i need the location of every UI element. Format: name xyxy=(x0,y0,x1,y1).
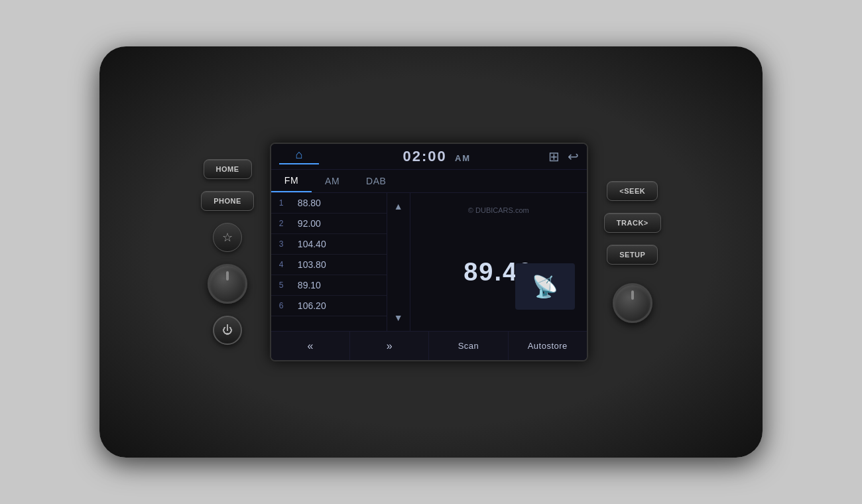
clock-time: 02:00 xyxy=(403,148,447,164)
screen-header: ⌂ 02:00 AM ⊞ ↩ xyxy=(271,144,587,170)
preset-freq-3: 104.40 xyxy=(298,239,326,249)
preset-item-5[interactable]: 5 89.10 xyxy=(271,275,387,296)
power-button[interactable]: ⏻ xyxy=(213,316,242,345)
tab-am[interactable]: AM xyxy=(312,170,353,192)
scroll-down-arrow[interactable]: ▼ xyxy=(390,310,407,326)
grid-icon[interactable]: ⊞ xyxy=(548,149,560,164)
preset-num-3: 3 xyxy=(279,239,290,249)
watermark: © DUBICARS.com xyxy=(468,206,529,214)
preset-list: 1 88.80 2 92.00 3 104.40 4 103.80 5 89 xyxy=(271,193,387,331)
now-playing-area: © DUBICARS.com 89.40 📡 xyxy=(410,193,587,331)
setup-button[interactable]: SETUP xyxy=(607,245,658,265)
tab-fm[interactable]: FM xyxy=(271,170,312,192)
phone-button[interactable]: PHONE xyxy=(201,191,254,211)
scroll-up-arrow[interactable]: ▲ xyxy=(390,198,407,214)
track-button[interactable]: TRACK> xyxy=(604,213,661,233)
tab-dab[interactable]: DAB xyxy=(353,170,399,192)
antenna-icon: 📡 xyxy=(532,276,558,297)
preset-num-5: 5 xyxy=(279,281,290,290)
seek-button[interactable]: <SEEK xyxy=(607,181,658,201)
clock-ampm: AM xyxy=(455,153,471,163)
back-icon[interactable]: ↩ xyxy=(568,149,579,164)
scroll-area: ▲ ▼ xyxy=(387,193,410,331)
autostore-button[interactable]: Autostore xyxy=(509,332,587,360)
preset-item-2[interactable]: 2 92.00 xyxy=(271,214,387,234)
home-icon: ⌂ xyxy=(295,149,302,160)
preset-freq-4: 103.80 xyxy=(298,259,326,270)
home-tab-icon[interactable]: ⌂ xyxy=(279,149,319,164)
time-display: 02:00 AM xyxy=(326,148,548,165)
screen-body: 1 88.80 2 92.00 3 104.40 4 103.80 5 89 xyxy=(271,193,587,331)
preset-num-4: 4 xyxy=(279,260,290,269)
signal-icon-box: 📡 xyxy=(515,263,575,310)
volume-knob[interactable] xyxy=(208,264,247,304)
star-icon: ☆ xyxy=(222,230,233,245)
preset-num-6: 6 xyxy=(279,301,290,310)
home-button[interactable]: HOME xyxy=(204,159,252,179)
scan-button[interactable]: Scan xyxy=(429,332,508,360)
infotainment-screen: ⌂ 02:00 AM ⊞ ↩ FM AM DAB 1 88.80 xyxy=(270,143,588,361)
preset-item-1[interactable]: 1 88.80 xyxy=(271,193,387,214)
preset-item-3[interactable]: 3 104.40 xyxy=(271,234,387,255)
tab-bar: FM AM DAB xyxy=(271,170,587,193)
preset-item-6[interactable]: 6 106.20 xyxy=(271,296,387,316)
preset-freq-1: 88.80 xyxy=(298,198,321,208)
left-controls: HOME PHONE ☆ ⏻ xyxy=(188,159,254,345)
right-controls: <SEEK TRACK> SETUP xyxy=(604,181,674,323)
preset-num-1: 1 xyxy=(279,198,290,208)
bottom-controls: « » Scan Autostore xyxy=(271,331,587,360)
preset-freq-6: 106.20 xyxy=(298,300,326,311)
header-icons: ⊞ ↩ xyxy=(548,149,579,164)
preset-freq-2: 92.00 xyxy=(298,218,321,229)
preset-freq-5: 89.10 xyxy=(298,280,321,290)
preset-num-2: 2 xyxy=(279,219,290,228)
favorites-button[interactable]: ☆ xyxy=(213,223,242,252)
prev-button[interactable]: « xyxy=(271,332,350,360)
next-button[interactable]: » xyxy=(350,332,429,360)
preset-item-4[interactable]: 4 103.80 xyxy=(271,255,387,275)
now-playing-row: 89.40 📡 xyxy=(417,245,580,286)
car-panel: HOME PHONE ☆ ⏻ ⌂ 02:00 AM ⊞ ↩ xyxy=(99,46,763,458)
power-icon: ⏻ xyxy=(222,324,233,336)
tuner-knob[interactable] xyxy=(613,283,652,323)
